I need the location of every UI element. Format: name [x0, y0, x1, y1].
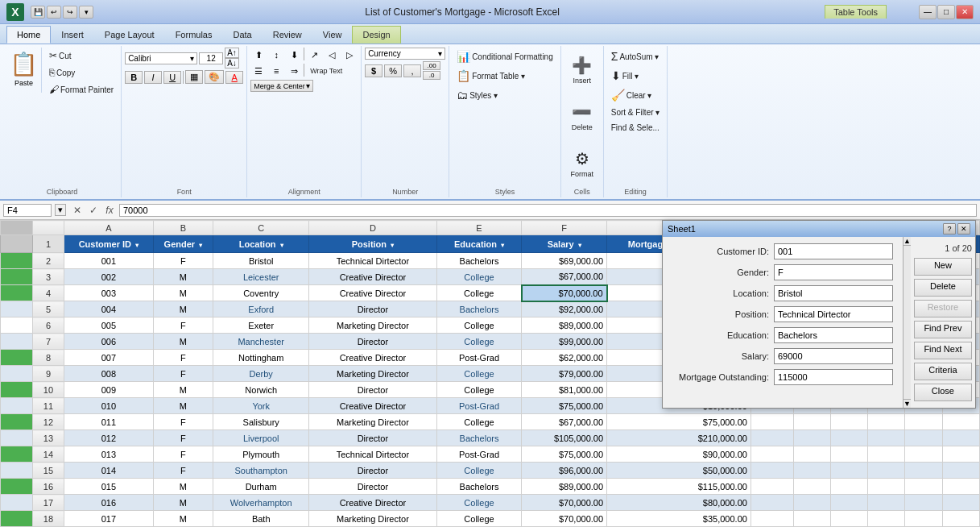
- table-cell[interactable]: 003: [64, 285, 153, 301]
- name-box[interactable]: [3, 204, 52, 217]
- empty-cell[interactable]: [942, 495, 979, 511]
- table-cell[interactable]: $92,000.00: [522, 301, 607, 317]
- table-cell[interactable]: $75,000.00: [607, 414, 751, 430]
- table-cell[interactable]: Creative Director: [309, 269, 437, 285]
- tab-view[interactable]: View: [312, 26, 353, 44]
- percent-button[interactable]: %: [384, 64, 402, 77]
- table-cell[interactable]: Technical Dirtector: [309, 253, 437, 269]
- empty-cell[interactable]: [868, 446, 905, 463]
- empty-cell[interactable]: [868, 495, 905, 511]
- table-cell[interactable]: F: [153, 463, 213, 479]
- scroll-up-button[interactable]: ▲: [904, 237, 911, 246]
- table-cell[interactable]: Durham: [213, 479, 309, 495]
- empty-cell[interactable]: [830, 446, 867, 463]
- align-bottom-button[interactable]: ⬇: [286, 48, 302, 62]
- number-format-dropdown[interactable]: Currency▾: [365, 48, 445, 60]
- table-cell[interactable]: Norwich: [213, 382, 309, 398]
- table-cell[interactable]: 007: [64, 350, 153, 366]
- table-cell[interactable]: F: [153, 430, 213, 446]
- align-middle-button[interactable]: ↕: [268, 48, 284, 62]
- table-cell[interactable]: $70,000.00: [522, 495, 607, 511]
- table-cell[interactable]: Marketing Director: [309, 414, 437, 430]
- align-left-button[interactable]: ☰: [250, 64, 267, 78]
- font-size-increase[interactable]: A↑: [225, 48, 239, 58]
- col-header-f[interactable]: F: [522, 221, 607, 235]
- empty-cell[interactable]: [942, 479, 979, 495]
- text-direction-button[interactable]: ↗: [306, 48, 322, 62]
- table-cell[interactable]: $75,000.00: [522, 446, 607, 463]
- empty-cell[interactable]: [793, 495, 830, 511]
- table-cell[interactable]: College: [436, 414, 522, 430]
- paste-button[interactable]: 📋 Paste: [6, 48, 42, 93]
- dialog-btn-criteria[interactable]: Criteria: [914, 363, 972, 380]
- table-cell[interactable]: $90,000.00: [607, 446, 751, 463]
- table-cell[interactable]: York: [213, 398, 309, 414]
- dialog-btn-find-next[interactable]: Find Next: [914, 342, 972, 359]
- header-location[interactable]: Location ▾: [213, 235, 309, 253]
- empty-cell[interactable]: [751, 446, 793, 463]
- table-cell[interactable]: $96,000.00: [522, 463, 607, 479]
- table-cell[interactable]: M: [153, 285, 213, 301]
- table-cell[interactable]: College: [436, 285, 522, 301]
- table-row[interactable]: 12011FSalisburyMarketing DirectorCollege…: [1, 414, 980, 430]
- table-cell[interactable]: 017: [64, 511, 153, 527]
- empty-cell[interactable]: [830, 479, 867, 495]
- table-cell[interactable]: 010: [64, 398, 153, 414]
- close-button[interactable]: ✕: [956, 5, 974, 19]
- table-cell[interactable]: 005: [64, 317, 153, 334]
- indent-decrease-button[interactable]: ◁: [324, 48, 340, 62]
- table-cell[interactable]: College: [436, 495, 522, 511]
- empty-cell[interactable]: [793, 430, 830, 446]
- table-cell[interactable]: M: [153, 269, 213, 285]
- table-cell[interactable]: Liverpool: [213, 430, 309, 446]
- redo-button[interactable]: ↪: [63, 6, 77, 19]
- table-cell[interactable]: $75,000.00: [522, 398, 607, 414]
- wrap-text-button[interactable]: Wrap Text: [306, 64, 346, 78]
- table-cell[interactable]: F: [153, 446, 213, 463]
- formula-confirm-button[interactable]: ✓: [87, 204, 100, 217]
- italic-button[interactable]: I: [144, 71, 162, 84]
- table-cell[interactable]: Marketing Director: [309, 511, 437, 527]
- table-row[interactable]: 18017MBathMarketing DirectorCollege$70,0…: [1, 511, 980, 527]
- table-cell[interactable]: $67,000.00: [522, 269, 607, 285]
- format-button[interactable]: ⚙ Format: [564, 141, 600, 186]
- table-cell[interactable]: M: [153, 511, 213, 527]
- table-cell[interactable]: College: [436, 366, 522, 382]
- font-color-button[interactable]: A: [225, 71, 243, 84]
- table-cell[interactable]: Southampton: [213, 463, 309, 479]
- empty-cell[interactable]: [751, 479, 793, 495]
- align-top-button[interactable]: ⬆: [250, 48, 267, 62]
- bold-button[interactable]: B: [125, 71, 143, 84]
- table-cell[interactable]: Director: [309, 430, 437, 446]
- empty-cell[interactable]: [830, 511, 867, 527]
- table-cell[interactable]: $80,000.00: [607, 495, 751, 511]
- sort-filter-button[interactable]: Sort & Filter ▾: [607, 106, 664, 119]
- copy-button[interactable]: ⎘ Copy: [45, 64, 118, 81]
- table-cell[interactable]: College: [436, 269, 522, 285]
- dialog-btn-new[interactable]: New: [914, 258, 972, 276]
- title-bar-controls[interactable]: 💾 ↩ ↪ ▾: [31, 6, 93, 19]
- table-row[interactable]: 14013FPlymouthTechnical DirtectorPost-Gr…: [1, 446, 980, 463]
- dialog-field-input-2[interactable]: [774, 285, 893, 301]
- tab-page-layout[interactable]: Page Layout: [94, 26, 165, 44]
- table-cell[interactable]: $99,000.00: [522, 334, 607, 350]
- table-cell[interactable]: Bachelors: [436, 430, 522, 446]
- table-cell[interactable]: 014: [64, 463, 153, 479]
- indent-increase-button[interactable]: ▷: [341, 48, 358, 62]
- table-cell[interactable]: 011: [64, 414, 153, 430]
- table-cell[interactable]: Post-Grad: [436, 446, 522, 463]
- table-cell[interactable]: Leicester: [213, 269, 309, 285]
- empty-cell[interactable]: [905, 414, 942, 430]
- table-cell[interactable]: Derby: [213, 366, 309, 382]
- empty-cell[interactable]: [751, 463, 793, 479]
- table-cell[interactable]: F: [153, 350, 213, 366]
- table-cell[interactable]: Salisbury: [213, 414, 309, 430]
- table-cell[interactable]: $89,000.00: [522, 317, 607, 334]
- format-painter-button[interactable]: 🖌 Format Painter: [45, 81, 118, 98]
- table-cell[interactable]: 016: [64, 495, 153, 511]
- dollar-button[interactable]: $: [365, 64, 382, 77]
- empty-cell[interactable]: [868, 430, 905, 446]
- header-position[interactable]: Position ▾: [309, 235, 437, 253]
- table-cell[interactable]: M: [153, 398, 213, 414]
- insert-function-button[interactable]: fx: [103, 204, 116, 217]
